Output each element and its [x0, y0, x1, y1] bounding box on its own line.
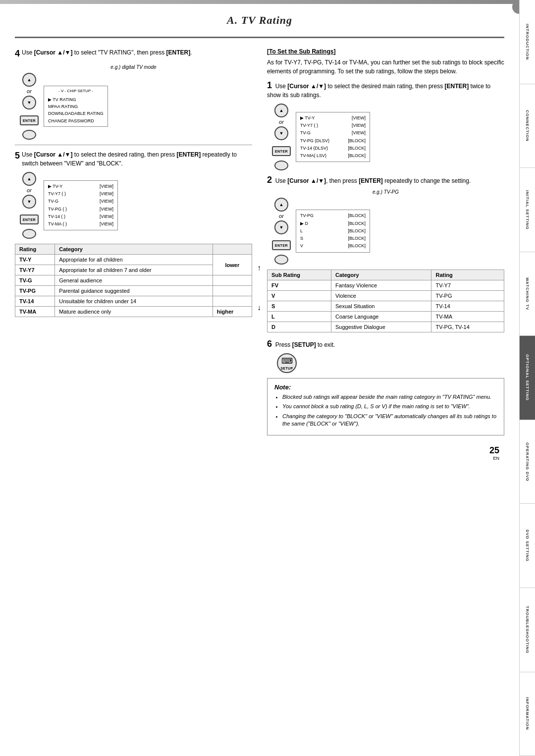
note-item-1: Blocked sub ratings will appear beside t… — [282, 393, 497, 401]
sub-row-tvy: ▶ TV-Y[VIEW] — [300, 114, 366, 122]
table-row: TV-14 Unsuitable for children under 14 — [15, 296, 252, 307]
higher-label: higher — [213, 307, 252, 317]
step6-text: 6 Press [SETUP] to exit. — [267, 339, 504, 349]
setup-button-container: ⌨ SETUP — [277, 353, 504, 373]
step2-tvpg-box: TV-PG[BLOCK] ▶ D[BLOCK] L[BLOCK] S[BLOCK… — [296, 210, 370, 252]
menu-item-tv-rating: TV RATING — [48, 96, 104, 103]
step4-text: 4 Use [Cursor ▲/▼] to select "TV RATING"… — [15, 48, 252, 60]
or-text-2sub: or — [279, 213, 284, 219]
cat-tv14: Unsuitable for children under 14 — [55, 296, 213, 307]
step1-sub-remote-group: ▲ or ▼ ENTER ▶ TV-Y[VIEW] TV-Y7 ( )[VIEW… — [272, 104, 504, 170]
cat-tvma: Mature audience only — [55, 307, 213, 317]
or-text-5: or — [27, 187, 32, 193]
oval-button-1sub — [274, 161, 288, 170]
step6-number: 6 — [267, 339, 272, 349]
cell-empty-3 — [213, 296, 252, 307]
sub-row-tvpg: TV-PG (DLSV)[BLOCK] — [300, 137, 366, 145]
menu-item-password: CHANGE PASSWORD — [48, 117, 104, 124]
or-text-1sub: or — [279, 119, 284, 125]
col-right: [To Set the Sub Ratings] As for TV-Y7, T… — [267, 48, 504, 435]
rating-tv14: TV-14 — [15, 296, 55, 307]
step2-sub-text: 2 Use [Cursor ▲/▼], then press [ENTER] r… — [267, 175, 504, 185]
enter-button-4: ENTER — [20, 115, 39, 125]
step4-eg-label: e.g.) digital TV mode — [15, 64, 252, 70]
sub-ratings-title-text: To Set the Sub Ratings — [269, 48, 333, 55]
sub-row-tvy7: TV-Y7 ( )[VIEW] — [300, 122, 366, 129]
cat-tvpg: Parental guidance suggested — [55, 286, 213, 296]
down-button-5: ▼ — [22, 195, 36, 209]
step1-sub-number: 1 — [267, 81, 272, 90]
sub-row-tv14: TV-14 (DLSV)[BLOCK] — [300, 145, 366, 152]
down-button-2sub: ▼ — [274, 220, 288, 234]
cell-empty-1 — [213, 275, 252, 286]
page-number: 25 — [489, 445, 499, 455]
step5-row-tvma: TV-MA ( )[VIEW] — [48, 220, 113, 228]
step5-remote-buttons: ▲ or ▼ ENTER — [20, 172, 39, 239]
table-row: TV-MA Mature audience only higher — [15, 307, 252, 317]
cat-tvy7: Appropriate for all children 7 and older — [55, 265, 213, 275]
arrow-up: ↑ — [257, 264, 261, 272]
enter-button-5: ENTER — [20, 215, 39, 224]
oval-button-2sub — [274, 255, 288, 265]
sub-table-row: V Violence TV-PG — [268, 291, 504, 301]
col-left: 4 Use [Cursor ▲/▼] to select "TV RATING"… — [15, 48, 252, 435]
page-label: EN — [15, 456, 499, 461]
sub-cat-l: Coarse Language — [331, 312, 431, 322]
sub-cat-v: Violence — [331, 291, 431, 301]
cat-tvg: General audience — [55, 275, 213, 286]
note-item-3: Changing the category to "BLOCK" or "VIE… — [282, 413, 497, 428]
divider-4-5 — [15, 145, 252, 145]
sub-row-tvg: TV-G[VIEW] — [300, 129, 366, 137]
setup-button: ⌨ SETUP — [277, 353, 297, 373]
sub-rating-table: Sub Rating Category Rating FV Fantasy Vi… — [267, 270, 504, 332]
step2-sub-remote-buttons: ▲ or ▼ ENTER — [272, 198, 291, 265]
sidebar-optional-setting: OPTIONAL SETTING — [519, 336, 535, 420]
sub-col-subrating: Sub Rating — [268, 270, 331, 280]
rating-tvg: TV-G — [15, 275, 55, 286]
sub-table-row: S Sexual Situation TV-14 — [268, 301, 504, 312]
arrow-down: ↓ — [257, 303, 261, 312]
step5-display-box: ▶ TV-Y[VIEW] TV-Y7 ( )[VIEW] TV-G[VIEW] … — [44, 180, 118, 231]
step4-menu-title: - V - CHIP SETUP - — [48, 88, 104, 95]
cat-tvy: Appropriate for all children — [55, 255, 213, 265]
setup-btn-label: SETUP — [281, 367, 293, 370]
sub-rating-d: TV-PG, TV-14 — [431, 322, 504, 332]
tvpg-row-s: S[BLOCK] — [300, 235, 366, 242]
cell-empty-2 — [213, 286, 252, 296]
note-box: Note: Blocked sub ratings will appear be… — [267, 378, 504, 435]
col-extra — [213, 244, 252, 255]
ratings-table: Rating Category TV-Y Appropriate for all… — [15, 244, 252, 317]
enter-button-2sub: ENTER — [272, 240, 291, 250]
down-button-1sub: ▼ — [274, 126, 288, 140]
sub-table-row: FV Fantasy Violence TV-Y7 — [268, 280, 504, 291]
sidebar-introduction: INTRODUCTION — [519, 0, 535, 84]
rating-tvma: TV-MA — [15, 307, 55, 317]
col-category: Category — [55, 244, 213, 255]
title-underline — [15, 37, 504, 38]
menu-item-downloadable: DOWNLOADABLE RATING — [48, 110, 104, 117]
tvpg-row-d: ▶ D[BLOCK] — [300, 220, 366, 227]
sub-row-tvma: TV-MA( LSV)[BLOCK] — [300, 152, 366, 160]
step4-number: 4 — [15, 48, 20, 60]
menu-item-mpaa: MPAA RATING — [48, 103, 104, 110]
step2-sub-number: 2 — [267, 175, 272, 185]
sub-fv: FV — [268, 280, 331, 291]
sub-s: S — [268, 301, 331, 312]
note-title: Note: — [274, 383, 497, 391]
rating-tvy: TV-Y — [15, 255, 55, 265]
step1-sub-display-box: ▶ TV-Y[VIEW] TV-Y7 ( )[VIEW] TV-G[VIEW] … — [296, 112, 370, 162]
sidebar-watching-tv: WATCHING TV — [519, 252, 535, 336]
sub-l: L — [268, 312, 331, 322]
step5-row-tvy7: TV-Y7 ( )[VIEW] — [48, 190, 113, 198]
right-sidebar: INTRODUCTION CONNECTION INITIAL SETTING … — [519, 0, 535, 756]
step1-sub-container: 1 Use [Cursor ▲/▼] to select the desired… — [267, 81, 504, 170]
or-text-4: or — [27, 88, 32, 94]
sub-ratings-title: [To Set the Sub Ratings] — [267, 48, 504, 55]
sub-col-category: Category — [331, 270, 431, 280]
oval-button-4 — [22, 130, 36, 140]
step5-number: 5 — [15, 150, 20, 162]
page-title: A. TV Rating — [15, 14, 504, 27]
sidebar-connection: CONNECTION — [519, 84, 535, 168]
step1-sub-text: 1 Use [Cursor ▲/▼] to select the desired… — [267, 81, 504, 100]
tvpg-row-main: TV-PG[BLOCK] — [300, 212, 366, 219]
